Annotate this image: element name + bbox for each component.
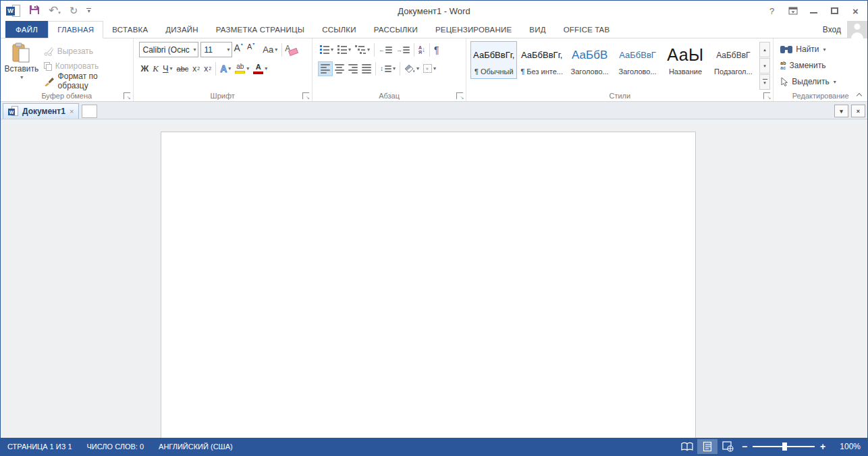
style-no-spacing[interactable]: АаБбВвГг, ¶ Без инте... [518,41,565,79]
chevron-down-icon[interactable]: ▾ [331,47,333,53]
shrink-font-button[interactable]: A▾ [245,42,256,57]
superscript-button[interactable]: x2 [202,61,213,76]
find-button[interactable]: Найти ▾ [780,42,865,56]
bullets-button[interactable]: ▾ [318,42,335,57]
tab-design[interactable]: ДИЗАЙН [157,21,207,38]
page-indicator[interactable]: СТРАНИЦА 1 ИЗ 1 [7,443,72,451]
chevron-down-icon[interactable]: ▾ [265,65,267,72]
tab-office-tab[interactable]: OFFICE TAB [555,21,619,38]
document-tab[interactable]: W Документ1 × [3,103,79,119]
zoom-slider[interactable] [753,446,815,447]
grow-font-button[interactable]: A▴ [232,42,245,57]
tab-home[interactable]: ГЛАВНАЯ [48,21,103,38]
chevron-down-icon[interactable]: ▾ [834,79,836,85]
style-title[interactable]: АаЫ Название [662,41,709,79]
font-color-button[interactable]: A▾ [251,61,269,76]
tab-insert[interactable]: ВСТАВКА [103,21,157,38]
ribbon-display-options-button[interactable] [784,3,802,19]
paragraph-dialog-launcher[interactable] [456,92,463,99]
styles-more-button[interactable]: ▾ [759,74,770,90]
tab-file[interactable]: ФАЙЛ [5,21,48,38]
underline-button[interactable]: Ч▾ [161,61,175,76]
cut-button[interactable]: Вырезать [44,45,130,57]
chevron-down-icon[interactable]: ▾ [433,65,436,72]
chevron-down-icon[interactable]: ▾ [246,65,249,72]
tab-view[interactable]: ВИД [520,21,554,38]
line-spacing-button[interactable]: ↕▾ [378,61,398,76]
style-subtitle[interactable]: АаБбВвГ Подзагол... [710,41,757,79]
chevron-down-icon[interactable]: ▾ [823,47,826,53]
undo-dropdown-icon[interactable]: ▾ [58,10,61,15]
font-size-combo[interactable]: 11 ▾ [200,42,232,57]
increase-indent-button[interactable]: → [394,42,412,57]
zoom-in-button[interactable]: + [816,441,830,452]
read-mode-button[interactable] [677,439,697,454]
new-document-tab-button[interactable] [82,105,97,118]
document-tab-close-icon[interactable]: × [70,107,74,115]
styles-dialog-launcher[interactable] [763,92,770,99]
tab-review[interactable]: РЕЦЕНЗИРОВАНИЕ [427,21,520,38]
language-indicator[interactable]: АНГЛИЙСКИЙ (США) [159,443,233,451]
text-effects-button[interactable]: A▾ [218,61,233,76]
format-painter-button[interactable]: Формат по образцу [44,75,130,87]
show-marks-button[interactable]: ¶ [432,42,441,57]
chevron-down-icon[interactable]: ▾ [367,47,370,53]
undo-button[interactable]: ↶▾ [49,5,61,17]
bold-button[interactable]: Ж [139,61,151,76]
align-right-button[interactable] [346,61,360,76]
clipboard-dialog-launcher[interactable] [124,92,130,99]
office-tab-close-button[interactable]: × [851,105,865,117]
zoom-level[interactable]: 100% [836,442,861,451]
zoom-out-button[interactable]: − [738,441,751,452]
avatar[interactable] [847,21,867,38]
shading-button[interactable]: ▾ [402,61,421,76]
sign-in-link[interactable]: Вход [823,25,841,34]
style-heading1[interactable]: АаБбВ Заголово... [566,41,613,79]
replace-button[interactable]: abac Заменить [780,59,865,72]
justify-button[interactable] [360,61,373,76]
style-heading2[interactable]: АаБбВвГ Заголово... [614,41,661,79]
copy-button[interactable]: Копировать [44,60,130,72]
chevron-down-icon[interactable]: ▾ [416,65,419,72]
chevron-down-icon[interactable]: ▾ [348,47,351,53]
multilevel-list-button[interactable]: ▾ [353,42,372,57]
tab-mailings[interactable]: РАССЫЛКИ [365,21,427,38]
numbering-button[interactable]: ▾ [335,42,353,57]
close-button[interactable]: × [846,3,865,19]
styles-scroll-up-button[interactable]: ▴ [759,42,770,57]
highlight-button[interactable]: ab▾ [233,61,251,76]
tab-page-layout[interactable]: РАЗМЕТКА СТРАНИЦЫ [207,21,313,38]
font-dialog-launcher[interactable] [302,92,309,99]
styles-scroll-down-button[interactable]: ▾ [759,58,770,74]
select-button[interactable]: Выделить ▾ [780,75,865,88]
customize-qat-button[interactable]: ▾ [86,8,91,13]
align-left-button[interactable] [318,61,333,76]
print-layout-button[interactable] [697,439,717,454]
style-normal[interactable]: АаБбВвГг, ¶ Обычный [470,41,517,79]
clear-formatting-button[interactable]: A [284,44,298,56]
decrease-indent-button[interactable]: ← [377,42,394,57]
collapse-ribbon-button[interactable] [857,92,862,97]
help-button[interactable]: ? [763,3,781,19]
font-name-combo[interactable]: Calibri (Оснс ▾ [139,42,198,57]
redo-button[interactable]: ↻ [70,5,78,17]
subscript-button[interactable]: x2 [190,61,202,76]
paste-dropdown-icon[interactable]: ▾ [20,74,23,80]
chevron-down-icon[interactable]: ▾ [393,65,396,72]
web-layout-button[interactable] [717,439,738,454]
save-button[interactable] [29,4,40,18]
office-tab-dropdown-button[interactable]: ▾ [834,105,848,117]
paste-button[interactable]: Вставить ▾ [3,41,40,90]
change-case-button[interactable]: Aa▾ [261,42,279,57]
strikethrough-button[interactable]: abc [175,61,191,76]
sort-button[interactable]: АЯ↓ [416,42,427,57]
italic-button[interactable]: К [151,61,161,76]
minimize-button[interactable] [805,3,823,19]
maximize-button[interactable] [825,3,844,19]
word-count[interactable]: ЧИСЛО СЛОВ: 0 [87,443,144,451]
borders-button[interactable]: ▾ [421,61,438,76]
tab-references[interactable]: ССЫЛКИ [313,21,365,38]
align-center-button[interactable] [333,61,346,76]
document-page[interactable] [161,132,696,439]
zoom-slider-thumb[interactable] [782,443,787,451]
